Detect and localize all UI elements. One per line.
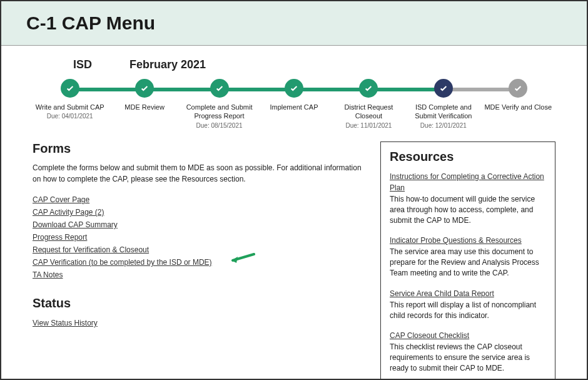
timeline-step: MDE Verify and Close (481, 79, 555, 129)
resource-desc: This how-to document will guide the serv… (390, 194, 546, 225)
check-icon (135, 79, 154, 98)
form-links: CAP Cover Page CAP Activity Page (2) Dow… (33, 193, 364, 280)
step-label: Complete and Submit Progress Report (182, 103, 256, 121)
check-icon (61, 79, 79, 98)
step-label: Implement CAP (256, 103, 331, 111)
isd-label: ISD (73, 58, 92, 71)
timeline-step: Complete and Submit Progress Report Due:… (182, 79, 256, 129)
form-link-activity-page[interactable]: CAP Activity Page (2) (33, 208, 104, 217)
form-link-download-summary[interactable]: Download CAP Summary (33, 220, 118, 229)
month-label: February 2021 (129, 58, 206, 71)
step-label: District Request Closeout (332, 103, 406, 121)
resource-desc: The service area may use this document t… (390, 247, 546, 278)
page-header: C-1 CAP Menu (1, 1, 587, 46)
resource-item: Service Area Child Data Report This repo… (390, 287, 546, 321)
resource-desc: This checklist reviews the CAP closeout … (390, 342, 546, 373)
resources-panel: Resources Instructions for Completing a … (380, 141, 555, 380)
resource-item: Instructions for Completing a Corrective… (390, 170, 546, 225)
form-link-progress-report[interactable]: Progress Report (33, 233, 87, 242)
status-section: Status View Status History (33, 296, 364, 328)
timeline-step: District Request Closeout Due: 11/01/202… (332, 79, 406, 129)
resource-item: CAP Closeout Checklist This checklist re… (390, 329, 546, 373)
form-link-cover-page[interactable]: CAP Cover Page (33, 195, 89, 204)
step-label: MDE Review (107, 103, 181, 111)
forms-intro: Complete the forms below and submit them… (33, 162, 364, 185)
body-columns: Forms Complete the forms below and submi… (33, 141, 555, 380)
form-link-ta-notes[interactable]: TA Notes (33, 270, 63, 279)
page-container: C-1 CAP Menu ISD February 2021 Write and… (0, 0, 588, 380)
resource-link-instructions[interactable]: Instructions for Completing a Corrective… (390, 172, 544, 192)
timeline-step: Write and Submit CAP Due: 04/01/2021 (33, 79, 107, 129)
step-due: Due: 08/15/2021 (182, 122, 256, 129)
forms-heading: Forms (33, 141, 364, 156)
resource-link-indicator-probe[interactable]: Indicator Probe Questions & Resources (390, 236, 522, 245)
timeline-step: ISD Complete and Submit Verification Due… (406, 79, 480, 129)
status-heading: Status (33, 296, 364, 311)
timeline-steps: Write and Submit CAP Due: 04/01/2021 MDE… (33, 79, 555, 129)
timeline-step: MDE Review (107, 79, 181, 129)
form-link-cap-verification[interactable]: CAP Verification (to be completed by the… (33, 258, 212, 267)
step-due: Due: 12/01/2021 (406, 122, 480, 129)
step-due: Due: 04/01/2021 (33, 113, 107, 120)
check-icon (434, 79, 453, 98)
check-icon (509, 79, 527, 98)
timeline-meta: ISD February 2021 (73, 58, 555, 71)
resource-link-child-data-report[interactable]: Service Area Child Data Report (390, 289, 494, 298)
page-title: C-1 CAP Menu (26, 13, 562, 34)
check-icon (359, 79, 378, 98)
step-due: Due: 11/01/2021 (332, 122, 406, 129)
status-history-link[interactable]: View Status History (33, 319, 98, 327)
resource-link-closeout-checklist[interactable]: CAP Closeout Checklist (390, 331, 469, 340)
step-label: Write and Submit CAP (33, 103, 107, 111)
step-label: ISD Complete and Submit Verification (406, 103, 480, 121)
step-label: MDE Verify and Close (481, 103, 555, 111)
form-link-request-verification[interactable]: Request for Verification & Closeout (33, 245, 149, 254)
left-column: Forms Complete the forms below and submi… (33, 141, 364, 380)
resource-item: Indicator Probe Questions & Resources Th… (390, 234, 546, 278)
resources-heading: Resources (390, 150, 546, 164)
page-content: ISD February 2021 Write and Submit CAP D… (1, 46, 587, 380)
resource-desc: This report will display a list of nonco… (390, 300, 546, 321)
timeline-step: Implement CAP (256, 79, 331, 129)
timeline: Write and Submit CAP Due: 04/01/2021 MDE… (33, 79, 555, 135)
check-icon (285, 79, 303, 98)
check-icon (210, 79, 229, 98)
